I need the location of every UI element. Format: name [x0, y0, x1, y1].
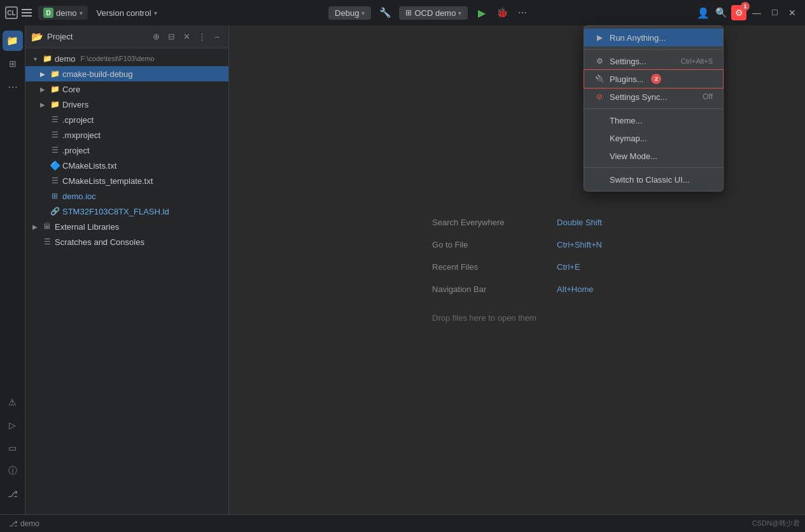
- settings-icon[interactable]: ⚙ 1: [731, 5, 746, 20]
- sidebar-bottom-icons: ⚠ ▷ ▭ ⓘ ⎇: [3, 392, 23, 509]
- panel-options-icon[interactable]: ⋮: [195, 31, 208, 43]
- sidebar-item-info[interactable]: ⓘ: [3, 461, 23, 481]
- sidebar-item-run[interactable]: ▷: [3, 415, 23, 435]
- account-icon[interactable]: 👤: [696, 5, 711, 20]
- sidebar-item-project[interactable]: 📁: [3, 31, 23, 51]
- sidebar-item-git[interactable]: ⎇: [3, 484, 23, 504]
- demo-ioc-icon: ⊞: [50, 191, 60, 201]
- menu-divider-1: [584, 49, 723, 50]
- debug-run-icon[interactable]: 🐞: [496, 6, 508, 19]
- goto-file-shortcut: Ctrl+Shift+N: [557, 240, 602, 249]
- maximize-icon[interactable]: ☐: [767, 5, 782, 20]
- run-anything-icon: ▶: [594, 32, 605, 43]
- project-selector[interactable]: D demo ▾: [38, 6, 88, 20]
- debug-chevron-icon: ▾: [361, 10, 365, 17]
- project-panel-title: Project: [47, 32, 146, 41]
- tree-item-demo-ioc[interactable]: ⊞ demo.ioc: [25, 188, 228, 204]
- more-actions-icon[interactable]: ⋯: [516, 6, 529, 19]
- tree-item-cmake-build-debug[interactable]: ▶ 📁 cmake-build-debug: [25, 66, 228, 81]
- menu-divider-3: [584, 167, 723, 168]
- ocd-icon: ⊞: [405, 8, 412, 17]
- hide-panel-icon[interactable]: –: [211, 31, 223, 43]
- tree-item-external-libraries[interactable]: ▶ 🏛 External Libraries: [25, 219, 228, 234]
- toolbar-icons: 🔧: [379, 6, 391, 19]
- app-logo: CL: [5, 6, 18, 19]
- project-chevron-icon: ▾: [80, 10, 83, 17]
- project-panel-header: 📂 Project ⊕ ⊟ ✕ ⋮ –: [25, 25, 228, 48]
- minimize-icon[interactable]: —: [749, 5, 764, 20]
- tree-item-mxproject[interactable]: ☰ .mxproject: [25, 127, 228, 143]
- menu-item-plugins[interactable]: 🔌 Plugins... 2: [584, 70, 723, 88]
- menu-item-settings[interactable]: ⚙ Settings... Ctrl+Alt+S: [584, 52, 723, 70]
- vcs-label: Version control: [97, 8, 151, 18]
- status-bar: ⎇ demo CSDN@韩少君: [0, 514, 805, 532]
- sync-status: Off: [703, 92, 713, 101]
- ext-lib-icon: 🏛: [42, 221, 52, 232]
- title-bar-center: Debug ▾ 🔧 ⊞ OCD demo ▾ ▶ 🐞 ⋯: [166, 6, 692, 20]
- menu-item-run-anything[interactable]: ▶ Run Anything...: [584, 29, 723, 46]
- folder-open-icon[interactable]: 📂: [31, 31, 43, 43]
- recent-files-row: Recent Files Ctrl+E: [432, 262, 580, 272]
- cmakelists-template-label: CMakeLists_template.txt: [62, 176, 153, 186]
- vcs-chevron-icon: ▾: [154, 10, 157, 17]
- tree-item-core[interactable]: ▶ 📁 Core: [25, 81, 228, 97]
- menu-item-theme[interactable]: Theme...: [584, 111, 723, 129]
- demo-ioc-label: demo.ioc: [62, 192, 96, 201]
- cproject-file-icon: ☰: [50, 115, 60, 125]
- ocd-chevron-icon: ▾: [458, 10, 461, 17]
- tree-item-cmakelists-template[interactable]: ☰ CMakeLists_template.txt: [25, 173, 228, 188]
- recent-files-label: Recent Files: [432, 262, 547, 272]
- menu-item-settings-sync[interactable]: ⊘ Settings Sync... Off: [584, 88, 723, 106]
- search-everywhere-icon[interactable]: 🔍: [713, 5, 729, 20]
- ocd-label: OCD demo: [414, 8, 456, 18]
- tree-item-cmakelists[interactable]: 🔷 CMakeLists.txt: [25, 158, 228, 173]
- menu-item-view-mode[interactable]: View Mode...: [584, 147, 723, 165]
- project-file-icon: ☰: [50, 145, 60, 155]
- tree-root[interactable]: ▾ 📁 demo F:\code\test\F103\demo: [25, 51, 228, 66]
- menu-item-switch-ui[interactable]: Switch to Classic UI...: [584, 171, 723, 188]
- core-folder-icon: 📁: [50, 84, 60, 94]
- tree-item-project[interactable]: ☰ .project: [25, 143, 228, 158]
- collapse-icon[interactable]: ⊟: [165, 31, 178, 43]
- debug-label: Debug: [335, 8, 359, 18]
- tree-item-drivers[interactable]: ▶ 📁 Drivers: [25, 97, 228, 112]
- cmake-folder-icon: 📁: [50, 69, 60, 79]
- ext-lib-label: External Libraries: [55, 222, 119, 232]
- drivers-label: Drivers: [62, 100, 88, 109]
- root-folder-icon: 📁: [42, 53, 52, 64]
- cproject-label: .cproject: [62, 115, 94, 125]
- nav-bar-label: Navigation Bar: [432, 284, 547, 294]
- add-file-icon[interactable]: ⊕: [150, 31, 162, 43]
- theme-icon: [594, 115, 605, 125]
- drivers-expand-icon: ▶: [38, 100, 47, 109]
- sidebar-item-more[interactable]: ⋯: [3, 76, 23, 97]
- stm32-ld-label: STM32F103C8TX_FLASH.ld: [62, 207, 169, 216]
- ocd-selector[interactable]: ⊞ OCD demo ▾: [399, 6, 468, 20]
- project-label: .project: [62, 146, 90, 155]
- tree-item-stm32-ld[interactable]: 🔗 STM32F103C8TX_FLASH.ld: [25, 204, 228, 219]
- settings-shortcut: Ctrl+Alt+S: [681, 57, 713, 65]
- close-panel-icon[interactable]: ✕: [180, 31, 193, 43]
- welcome-section: Search Everywhere Double Shift Go to Fil…: [432, 218, 602, 323]
- run-icon[interactable]: ▶: [475, 6, 488, 19]
- root-label: demo: [55, 54, 76, 64]
- close-icon[interactable]: ✕: [785, 5, 800, 20]
- debug-selector[interactable]: Debug ▾: [328, 6, 371, 20]
- menu-item-keymap[interactable]: Keymap...: [584, 129, 723, 147]
- vcs-selector[interactable]: Version control ▾: [92, 6, 162, 20]
- tree-item-scratches[interactable]: ☰ Scratches and Consoles: [25, 234, 228, 249]
- switch-ui-icon: [594, 174, 605, 185]
- nav-bar-row: Navigation Bar Alt+Home: [432, 284, 593, 294]
- sidebar-item-plugins[interactable]: ⊞: [3, 53, 23, 74]
- sidebar-item-terminal[interactable]: ▭: [3, 438, 23, 458]
- menu-item-view-mode-label: View Mode...: [610, 151, 657, 161]
- tree-item-cproject[interactable]: ☰ .cproject: [25, 112, 228, 127]
- edit-config-icon[interactable]: 🔧: [379, 6, 391, 19]
- status-git[interactable]: ⎇ demo: [5, 519, 43, 528]
- sidebar-item-problems[interactable]: ⚠: [3, 392, 23, 412]
- hamburger-menu[interactable]: [22, 6, 34, 19]
- menu-item-switch-ui-label: Switch to Classic UI...: [610, 175, 690, 185]
- keymap-icon: [594, 133, 605, 143]
- menu-item-theme-label: Theme...: [610, 116, 642, 125]
- root-path: F:\code\test\F103\demo: [81, 55, 155, 62]
